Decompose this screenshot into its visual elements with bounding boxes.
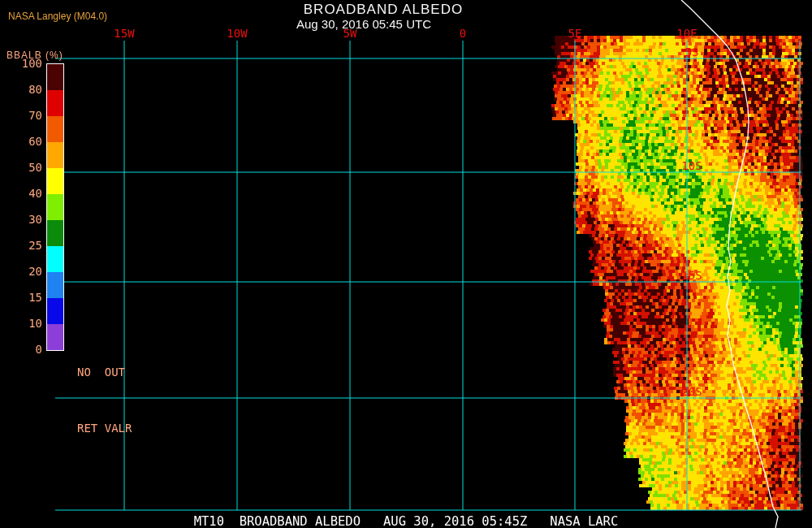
colorbar-segment bbox=[47, 116, 63, 142]
latitude-label: 5S bbox=[685, 45, 699, 58]
latitude-label: 20S bbox=[681, 385, 702, 398]
page-title: BROADBAND ALBEDO bbox=[0, 2, 767, 18]
colorbar-segment bbox=[47, 194, 63, 220]
colorbar-segment bbox=[47, 168, 63, 194]
colorbar-segment bbox=[47, 142, 63, 168]
colorbar-tick-label: 20 bbox=[0, 266, 42, 277]
flag-line-1: NO OUT bbox=[77, 363, 132, 382]
colorbar-segment bbox=[47, 64, 63, 90]
colorbar-tick-label: 80 bbox=[0, 84, 42, 95]
colorbar-tick-label: 15 bbox=[0, 292, 42, 303]
colorbar-segment bbox=[47, 246, 63, 272]
colorbar-segment bbox=[47, 324, 63, 350]
colorbar-tick-label: 10 bbox=[0, 318, 42, 329]
status-bar: MT10 BROADBAND ALBEDO AUG 30, 2016 05:45… bbox=[0, 514, 812, 528]
colorbar-segment bbox=[47, 90, 63, 116]
colorbar-segment bbox=[47, 298, 63, 324]
colorbar-segment bbox=[47, 272, 63, 298]
colorbar-segment bbox=[47, 220, 63, 246]
colorbar-tick-label: 100 bbox=[0, 58, 42, 69]
coastline-border-line bbox=[681, 0, 778, 528]
colorbar bbox=[46, 63, 64, 351]
colorbar-tick-label: 60 bbox=[0, 136, 42, 147]
colorbar-tick-label: 40 bbox=[0, 188, 42, 199]
colorbar-tick-label: 30 bbox=[0, 214, 42, 225]
flag-line-2: RET VALR bbox=[77, 419, 132, 438]
colorbar-tick-label: 50 bbox=[0, 162, 42, 173]
status-bar-text: MT10 BROADBAND ALBEDO AUG 30, 2016 05:45… bbox=[194, 514, 619, 528]
colorbar-tick-label: 70 bbox=[0, 110, 42, 121]
latitude-label: 10S bbox=[681, 159, 702, 172]
timestamp-subtitle: Aug 30, 2016 05:45 UTC bbox=[0, 17, 728, 31]
colorbar-tick-label: 0 bbox=[0, 344, 42, 355]
no-retrieval-flag-label: NO OUT RET VALR bbox=[77, 326, 132, 475]
colorbar-tick-label: 25 bbox=[0, 240, 42, 251]
albedo-viewer-screen: 15W10W5W05E10E5S10S15S20S NASA Langley (… bbox=[0, 0, 812, 528]
latitude-label: 15S bbox=[681, 269, 702, 282]
